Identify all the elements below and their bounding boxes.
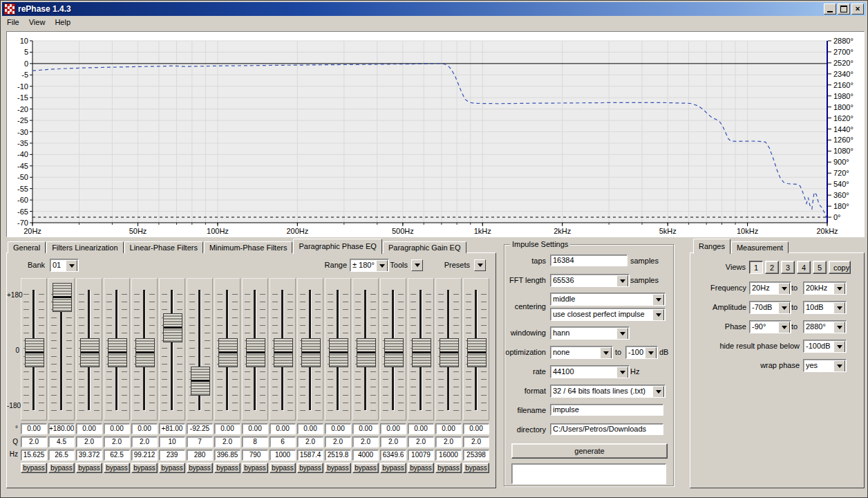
q-value-box[interactable]: 10 [159,436,185,448]
q-value-box[interactable]: 2.0 [352,436,379,448]
degrees-value-box[interactable]: 0.00 [242,423,268,434]
q-value-box[interactable]: 2.0 [408,436,434,448]
slider-thumb[interactable] [384,338,404,367]
hide-result-phase-arrow-icon[interactable] [833,341,845,353]
phase-slider-11[interactable] [297,278,323,421]
bypass-button[interactable]: bypass [214,463,240,473]
menu-item-file[interactable]: File [2,17,24,28]
hz-value-box[interactable]: 4000 [352,450,379,461]
phase-slider-2[interactable] [48,278,75,421]
bypass-button[interactable]: bypass [131,463,158,473]
hz-value-box[interactable]: 6349.6 [380,450,406,461]
phase-slider-8[interactable] [214,278,240,421]
degrees-value-box[interactable]: 0.00 [76,423,102,434]
degrees-value-box[interactable]: 0.00 [325,423,351,434]
centering-combo[interactable]: middle [550,293,666,306]
tab-general[interactable]: General [8,241,46,253]
bypass-button[interactable]: bypass [21,463,47,473]
presets-dropdown[interactable] [474,259,486,271]
degrees-value-box[interactable]: 0.00 [104,423,130,434]
degrees-value-box[interactable]: -92.25 [187,423,213,434]
q-value-box[interactable]: 2.0 [297,436,323,448]
phase-to-combo[interactable]: 2880° [803,320,847,333]
hz-value-box[interactable]: 99.212 [131,450,158,461]
optimization-combo[interactable]: none [550,346,613,359]
hz-value-box[interactable]: 396.85 [214,450,240,461]
directory-input[interactable] [550,423,663,435]
slider-thumb[interactable] [357,338,376,367]
slider-thumb[interactable] [191,367,210,396]
menu-item-view[interactable]: View [24,17,50,28]
slider-thumb[interactable] [80,338,100,367]
wrap-phase-arrow-icon[interactable] [833,360,845,372]
phase-slider-10[interactable] [270,278,296,421]
view-button-copy[interactable]: copy [829,261,851,274]
format-combo[interactable]: 32 / 64 bits floats lines (.txt) [550,385,666,398]
phase-slider-1[interactable] [21,278,47,421]
frequency-from-arrow-icon[interactable] [778,283,790,295]
phase-slider-4[interactable] [104,278,130,421]
q-value-box[interactable]: 2.0 [76,436,102,448]
slider-thumb[interactable] [163,313,182,342]
bypass-button[interactable]: bypass [159,463,185,473]
degrees-value-box[interactable]: 0.00 [435,423,462,434]
bank-combo[interactable]: 01 [50,259,79,272]
bypass-button[interactable]: bypass [463,463,489,473]
q-value-box[interactable]: 6 [270,436,296,448]
menu-item-help[interactable]: Help [50,17,75,28]
hz-value-box[interactable]: 2519.8 [325,450,351,461]
degrees-value-box[interactable]: 0.00 [270,423,296,434]
bypass-button[interactable]: bypass [76,463,102,473]
hz-value-box[interactable]: 25398 [463,450,489,461]
q-value-box[interactable]: 2.0 [435,436,462,448]
phase-slider-7[interactable] [187,278,213,421]
frequency-to-arrow-icon[interactable] [833,283,845,295]
slider-thumb[interactable] [440,338,459,367]
bypass-button[interactable]: bypass [270,463,296,473]
degrees-value-box[interactable]: 0.00 [352,423,379,434]
q-value-box[interactable]: 2.0 [463,436,489,448]
q-value-box[interactable]: 2.0 [214,436,240,448]
phase-slider-9[interactable] [242,278,268,421]
q-value-box[interactable]: 2.0 [104,436,130,448]
tab-ranges[interactable]: Ranges [693,239,730,254]
tab-minimum-phase-filters[interactable]: Minimum-Phase Filters [204,241,292,253]
bypass-button[interactable]: bypass [297,463,323,473]
hz-value-box[interactable]: 1000 [270,450,296,461]
slider-thumb[interactable] [25,338,44,367]
view-button-5[interactable]: 5 [813,261,827,274]
hz-value-box[interactable]: 16000 [435,450,462,461]
slider-thumb[interactable] [329,338,348,367]
phase-slider-15[interactable] [408,278,434,421]
phase-from-arrow-icon[interactable] [778,322,790,333]
wrap-phase-combo[interactable]: yes [803,359,847,372]
bypass-button[interactable]: bypass [435,463,462,473]
hz-value-box[interactable]: 15.625 [21,450,47,461]
tab-paragraphic-gain-eq[interactable]: Paragraphic Gain EQ [383,241,466,253]
hz-value-box[interactable]: 239 [159,450,185,461]
slider-thumb[interactable] [274,338,293,367]
taps-input[interactable] [550,255,628,266]
fft-combo-arrow-icon[interactable] [616,275,628,287]
slider-thumb[interactable] [412,338,431,367]
amplitude-from-arrow-icon[interactable] [778,302,790,314]
slider-thumb[interactable] [218,338,238,367]
q-value-box[interactable]: 2.0 [380,436,406,448]
phase-slider-17[interactable] [463,278,489,421]
log-textarea[interactable] [511,463,666,484]
slider-thumb[interactable] [467,338,487,367]
hz-value-box[interactable]: 39.372 [76,450,102,461]
hz-value-box[interactable]: 280 [187,450,213,461]
q-value-box[interactable]: 2.0 [131,436,158,448]
view-button-3[interactable]: 3 [781,261,795,274]
degrees-value-box[interactable]: 0.00 [408,423,434,434]
phase-slider-3[interactable] [76,278,102,421]
phase-from-combo[interactable]: -90° [749,320,791,333]
q-value-box[interactable]: 4.5 [48,436,75,448]
close-button[interactable]: ✕ [851,3,864,15]
degrees-value-box[interactable]: 0.00 [463,423,489,434]
degrees-value-box[interactable]: 0.00 [380,423,406,434]
rate-combo[interactable]: 44100 [550,365,630,378]
windowing-arrow-icon[interactable] [616,328,628,340]
phase-slider-14[interactable] [380,278,406,421]
